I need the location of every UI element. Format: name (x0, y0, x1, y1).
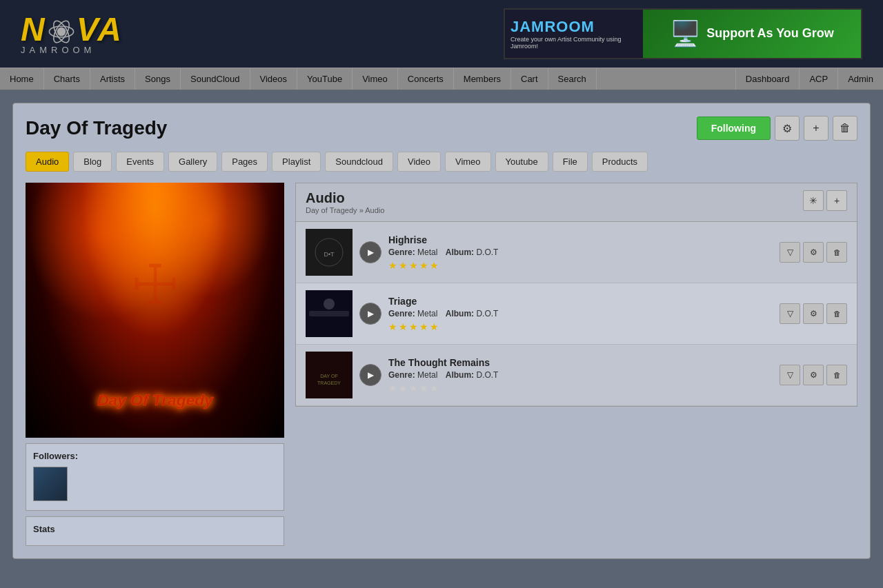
track-trash-button-1[interactable] (826, 242, 847, 263)
track-name-3: The Thought Remains (388, 357, 773, 368)
main-nav: Home Charts Artists Songs SoundCloud Vid… (0, 68, 883, 90)
nav-artists[interactable]: Artists (90, 68, 135, 90)
logo-orbit-icon (48, 18, 75, 45)
star-3-5[interactable]: ★ (430, 383, 439, 394)
star-2-5[interactable]: ★ (430, 321, 439, 332)
nav-acp[interactable]: ACP (799, 68, 837, 90)
delete-button[interactable]: 🗑 (833, 116, 857, 141)
play-icon-3: ▶ (368, 370, 374, 380)
nav-dashboard[interactable]: Dashboard (735, 68, 800, 90)
follower-avatar[interactable] (33, 467, 68, 501)
track-meta-1: Genre: Metal Album: D.O.T (388, 247, 773, 257)
tab-events[interactable]: Events (116, 152, 164, 172)
tab-soundcloud[interactable]: Soundcloud (325, 152, 393, 172)
track-stars-3[interactable]: ★ ★ ★ ★ ★ (388, 383, 773, 394)
star-2-4[interactable]: ★ (419, 321, 428, 332)
play-button-3[interactable]: ▶ (359, 364, 381, 386)
nav-search[interactable]: Search (548, 68, 597, 90)
track-download-button-1[interactable] (780, 242, 800, 263)
tab-video[interactable]: Video (397, 152, 441, 172)
followers-title: Followers: (33, 451, 277, 461)
track-gear-button-2[interactable] (803, 303, 824, 324)
nav-videos[interactable]: Videos (250, 68, 298, 90)
album-label-1: Album: D.O.T (446, 247, 499, 257)
star-2-2[interactable]: ★ (399, 321, 408, 332)
trash-icon: 🗑 (840, 122, 851, 134)
trash-icon-1 (833, 247, 841, 257)
star-2-3[interactable]: ★ (409, 321, 418, 332)
band-name-svg: Day Of Tragedy (45, 372, 266, 420)
nav-cart[interactable]: Cart (511, 68, 548, 90)
nav-soundcloud[interactable]: SoundCloud (181, 68, 250, 90)
tab-audio[interactable]: Audio (26, 152, 69, 172)
track-gear-button-3[interactable] (803, 365, 824, 385)
nav-vimeo[interactable]: Vimeo (353, 68, 398, 90)
track-trash-button-2[interactable] (826, 303, 847, 324)
tab-gallery[interactable]: Gallery (168, 152, 217, 172)
tab-vimeo[interactable]: Vimeo (445, 152, 491, 172)
genre-label-1: Genre: Metal (388, 247, 437, 257)
followers-box: Followers: (26, 443, 284, 511)
star-1-3[interactable]: ★ (409, 260, 418, 271)
star-1-4[interactable]: ★ (419, 260, 428, 271)
tab-youtube[interactable]: Youtube (495, 152, 548, 172)
star-3-3[interactable]: ★ (409, 383, 418, 394)
track-trash-button-3[interactable] (826, 365, 847, 385)
star-1-2[interactable]: ★ (399, 260, 408, 271)
play-button-1[interactable]: ▶ (359, 241, 381, 263)
left-panel: ☩ Day Of Tragedy Followers: (26, 183, 284, 546)
star-1-1[interactable]: ★ (388, 260, 397, 271)
track-art-3: DAY OF TRAGEDY (306, 352, 353, 398)
add-button[interactable]: + (804, 116, 829, 141)
nav-members[interactable]: Members (454, 68, 511, 90)
play-button-2[interactable]: ▶ (359, 303, 381, 325)
track-info-3: The Thought Remains Genre: Metal Album: … (388, 357, 773, 394)
site-header: N VA JAMROOM JAMROOM Create your own Art… (0, 0, 883, 68)
svg-text:D•T: D•T (324, 251, 335, 258)
star-3-2[interactable]: ★ (399, 383, 408, 394)
main-layout: ☩ Day Of Tragedy Followers: (26, 183, 857, 546)
tab-file[interactable]: File (553, 152, 588, 172)
track-download-button-2[interactable] (780, 303, 800, 324)
nav-charts[interactable]: Charts (44, 68, 90, 90)
tab-pages[interactable]: Pages (221, 152, 268, 172)
content-wrapper: Day Of Tragedy Following ⚙ + 🗑 Audio Blo… (12, 103, 871, 559)
tab-products[interactable]: Products (592, 152, 648, 172)
asterisk-icon: ✳ (809, 195, 817, 206)
page-title: Day Of Tragedy (26, 117, 167, 139)
download-icon-3 (787, 370, 793, 380)
play-icon-2: ▶ (368, 309, 374, 318)
track-gear-button-1[interactable] (803, 242, 824, 263)
star-3-1[interactable]: ★ (388, 383, 397, 394)
album-label-2: Album: D.O.T (446, 309, 499, 318)
svg-text:Day Of Tragedy: Day Of Tragedy (97, 391, 214, 409)
star-3-4[interactable]: ★ (419, 383, 428, 394)
following-button[interactable]: Following (697, 116, 771, 140)
nav-home[interactable]: Home (0, 68, 44, 90)
nav-youtube[interactable]: YouTube (297, 68, 353, 90)
track-download-button-3[interactable] (780, 365, 800, 385)
nav-admin[interactable]: Admin (837, 68, 883, 90)
tab-blog[interactable]: Blog (73, 152, 112, 172)
gear-button[interactable]: ⚙ (775, 116, 800, 141)
track-actions-2 (780, 303, 847, 324)
track-thumbnail-1: D•T (306, 229, 353, 276)
star-1-5[interactable]: ★ (430, 260, 439, 271)
track-actions-1 (780, 242, 847, 263)
band-image-inner: ☩ Day Of Tragedy (26, 183, 284, 438)
asterisk-button[interactable]: ✳ (803, 190, 824, 211)
right-panel: Audio Day of Tragedy » Audio ✳ + (295, 183, 857, 546)
nav-concerts[interactable]: Concerts (398, 68, 454, 90)
skull-symbol: ☩ (130, 253, 180, 317)
track-actions-3 (780, 365, 847, 385)
banner-right: 🖥️ Support As You Grow (643, 10, 861, 58)
play-icon-1: ▶ (368, 247, 374, 257)
download-icon-2 (787, 309, 793, 318)
track-stars-2[interactable]: ★ ★ ★ ★ ★ (388, 321, 773, 332)
nav-songs[interactable]: Songs (135, 68, 181, 90)
tab-playlist[interactable]: Playlist (272, 152, 321, 172)
banner-area[interactable]: JAMROOM Create your own Artist Community… (504, 8, 862, 59)
track-stars-1[interactable]: ★ ★ ★ ★ ★ (388, 260, 773, 271)
star-2-1[interactable]: ★ (388, 321, 397, 332)
add-track-button[interactable]: + (826, 190, 847, 211)
